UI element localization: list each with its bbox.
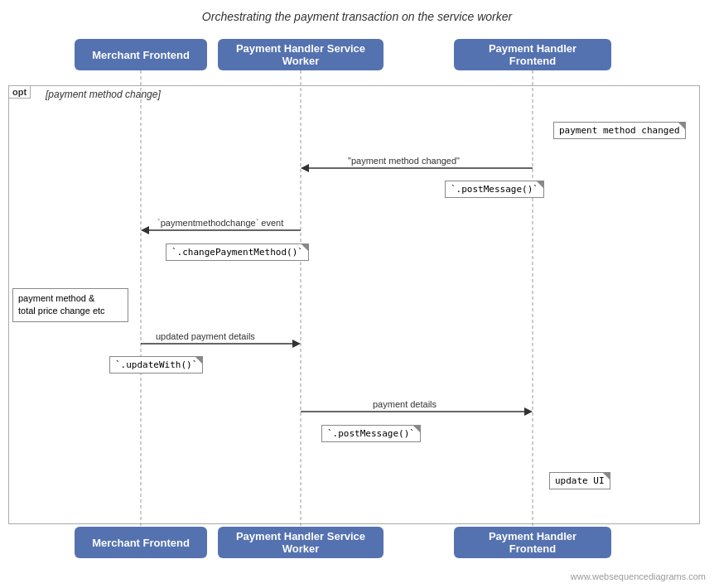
actor-merchant-top: Merchant Frontend bbox=[75, 39, 207, 70]
note-update-ui: update UI bbox=[549, 472, 610, 489]
actor-service-worker-bottom: Payment Handler Service Worker bbox=[218, 527, 384, 558]
arrow-label-2: `paymentmethodchange` event bbox=[157, 218, 283, 228]
actor-payment-frontend-bottom: Payment Handler Frontend bbox=[454, 527, 611, 558]
actor-service-worker-top: Payment Handler Service Worker bbox=[218, 39, 384, 70]
watermark: www.websequencediagrams.com bbox=[571, 571, 706, 581]
opt-condition: [payment method change] bbox=[46, 89, 161, 100]
arrow-label-1: "payment method changed" bbox=[348, 156, 460, 166]
method-box-changepaymentmethod: `.changePaymentMethod()` bbox=[166, 243, 309, 261]
arrow-label-4: payment details bbox=[373, 399, 437, 409]
side-note-payment-method: payment method & total price change etc bbox=[12, 288, 128, 322]
note-payment-method-changed: payment method changed bbox=[553, 122, 686, 139]
actor-payment-frontend-top: Payment Handler Frontend bbox=[454, 39, 611, 70]
page-title: Orchestrating the payment transaction on… bbox=[0, 0, 714, 23]
actor-merchant-bottom: Merchant Frontend bbox=[75, 527, 207, 558]
method-box-postmessage-1: `.postMessage()` bbox=[445, 181, 544, 198]
method-box-postmessage-2: `.postMessage()` bbox=[321, 425, 421, 442]
method-box-updatewith: `.updateWith()` bbox=[109, 356, 203, 374]
arrow-label-3: updated payment details bbox=[156, 331, 255, 341]
opt-label: opt bbox=[8, 85, 31, 99]
diagram: Orchestrating the payment transaction on… bbox=[0, 0, 714, 588]
